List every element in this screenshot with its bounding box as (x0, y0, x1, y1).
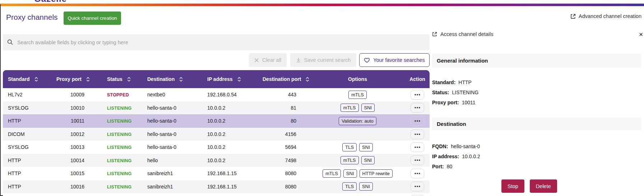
table-row-partial[interactable]: ⋯ (3, 193, 430, 196)
column-header-destination-port[interactable]: Destination port (260, 70, 310, 88)
cell-action: ⋯ (405, 154, 430, 167)
cell-action: ⋯ (405, 114, 430, 128)
cell-options (310, 128, 405, 141)
app-logo-text: Gazelle (34, 0, 67, 4)
cell-destination: nextbe0 (143, 88, 202, 101)
clear-all-button[interactable]: Clear all (249, 53, 287, 67)
detail-field-value: HTTP (458, 79, 472, 85)
option-badge: TLS (342, 143, 357, 151)
cell-destination-port: 81 (260, 101, 310, 115)
table-row[interactable]: HTTP10016LISTENINGsanibreizh1192.168.1.1… (3, 180, 430, 193)
option-badge: SNI (361, 104, 375, 112)
table-row[interactable]: HTTP10015LISTENINGsanibreizh1192.168.1.1… (3, 167, 430, 180)
column-header-destination[interactable]: Destination (143, 70, 202, 88)
save-current-search-button[interactable]: Save current search (290, 53, 356, 67)
detail-field-value: 80 (447, 164, 453, 169)
sort-icon[interactable] (179, 77, 183, 82)
detail-field-label: Status: (432, 90, 449, 95)
cell-options: mTLS (310, 88, 405, 101)
option-badge: mTLS (348, 91, 367, 99)
sort-icon[interactable] (34, 77, 38, 82)
column-header-status[interactable]: Status (91, 70, 143, 88)
cell-status: LISTENING (91, 141, 143, 154)
cell-status (91, 193, 143, 196)
cell-standard: HTTP (3, 167, 51, 180)
cell-proxy-port: 10015 (51, 167, 91, 180)
row-actions-button[interactable]: ⋯ (411, 169, 424, 178)
sort-icon[interactable] (127, 77, 131, 82)
cell-status: STOPPED (91, 88, 143, 101)
cell-destination (143, 193, 202, 196)
table-row[interactable]: HTTP10011LISTENINGhello-santa-010.0.0.28… (3, 114, 430, 128)
row-actions-button[interactable]: ⋯ (411, 90, 424, 100)
cell-proxy-port: 10009 (51, 88, 91, 101)
cell-ip-address: 10.0.0.2 (202, 141, 260, 154)
delete-button[interactable]: Delete (530, 179, 557, 193)
cell-status: LISTENING (91, 114, 143, 128)
external-link-icon (570, 14, 576, 19)
advanced-channel-creation-link[interactable]: Advanced channel creation (570, 12, 641, 20)
proxy-channels-table: StandardProxy portStatusDestinationIP ad… (3, 70, 430, 196)
cell-options: mTLSSNI (310, 101, 405, 115)
column-header-proxy-port[interactable]: Proxy port (51, 70, 91, 88)
option-badge: SNI (343, 169, 357, 178)
detail-field-value: 10011 (462, 100, 476, 105)
sort-icon[interactable] (237, 77, 241, 82)
table-row[interactable]: DICOM10012LISTENINGhello-santa-010.0.0.2… (3, 128, 430, 141)
cell-standard: HTTP (3, 180, 51, 193)
general-information-heading: General information (432, 54, 641, 68)
close-panel-button[interactable]: × (639, 31, 643, 38)
advanced-channel-creation-label: Advanced channel creation (579, 13, 641, 19)
detail-field-label: FQDN: (432, 143, 448, 149)
general-information-fields: Standard:HTTPStatus:LISTENINGProxy port:… (432, 77, 478, 108)
option-badge: mTLS (323, 169, 341, 178)
close-icon (254, 58, 259, 63)
option-badge: SNI (361, 156, 375, 164)
cell-options: TLSSNI (310, 180, 405, 193)
cell-ip-address: 192.168.1.15 (202, 167, 260, 180)
row-actions-button[interactable]: ⋯ (411, 116, 424, 126)
cell-destination-port: 7498 (260, 154, 310, 167)
cell-action: ⋯ (405, 141, 430, 154)
detail-field: IP address:10.0.0.2 (432, 151, 480, 161)
details-panel-title: Access channel details (440, 31, 494, 37)
table-row[interactable]: HL7v210009STOPPEDnextbe0192.168.0.54443m… (3, 88, 430, 101)
cell-status: LISTENING (91, 101, 143, 115)
cell-standard: HL7v2 (3, 88, 51, 101)
quick-channel-creation-button[interactable]: Quick channel creation (64, 12, 121, 25)
search-bar (3, 34, 430, 50)
cell-standard: DICOM (3, 128, 51, 141)
cell-destination-port: 8080 (260, 167, 310, 180)
option-badge: HTTP rewrite (360, 169, 393, 178)
column-header-standard[interactable]: Standard (3, 70, 51, 88)
cell-options (310, 193, 405, 196)
detail-field-label: Port: (432, 164, 444, 169)
option-badge: TLS (342, 182, 357, 191)
sort-icon[interactable] (86, 77, 90, 82)
cell-proxy-port: 10010 (51, 101, 91, 115)
search-input[interactable] (17, 40, 425, 45)
cell-proxy-port: 10012 (51, 128, 91, 141)
table-row[interactable]: HTTP10014LISTENINGhello10.0.0.27498mTLSS… (3, 154, 430, 167)
cell-options: Validation: auto (310, 114, 405, 128)
table-row[interactable]: SYSLOG10013LISTENINGhello-santa-010.0.0.… (3, 141, 430, 154)
cell-destination: hello-santa-0 (143, 114, 202, 128)
row-actions-button[interactable]: ⋯ (411, 155, 424, 165)
detail-field: Port:80 (432, 161, 480, 172)
row-actions-button[interactable]: ⋯ (411, 182, 424, 191)
stop-button[interactable]: Stop (501, 179, 524, 193)
favorite-searches-label: Your favorite searches (373, 57, 425, 63)
cell-destination: hello (143, 154, 202, 167)
option-badge: mTLS (340, 156, 359, 164)
column-header-options: Options (310, 70, 405, 88)
row-actions-button[interactable]: ⋯ (411, 142, 424, 152)
page-title: Proxy channels (6, 13, 58, 22)
row-actions-button[interactable]: ⋯ (411, 103, 424, 113)
sort-icon[interactable] (306, 77, 309, 82)
row-actions-button[interactable]: ⋯ (411, 129, 424, 139)
detail-field-value: 10.0.0.2 (462, 154, 480, 159)
favorite-searches-button[interactable]: Your favorite searches (359, 53, 430, 67)
table-row[interactable]: SYSLOG10010LISTENINGhello-santa-010.0.0.… (3, 101, 430, 115)
cell-destination-port (260, 193, 310, 196)
column-header-ip-address[interactable]: IP address (202, 70, 260, 88)
